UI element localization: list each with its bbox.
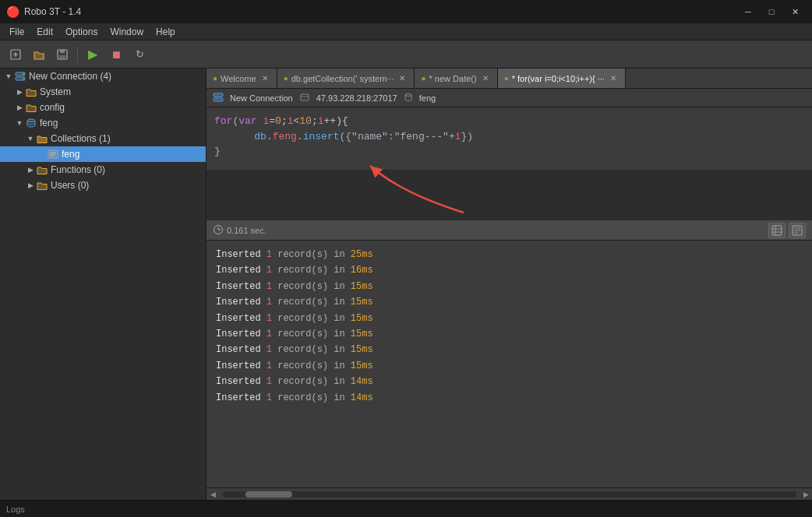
forloop-tab-label: * for(var i=0;i<10;i++){ ··· [512,74,605,83]
output-line: Inserted 1 record(s) in 15ms [216,279,803,294]
toolbar-stop-btn[interactable]: ⏹ [105,44,127,65]
output-line: Inserted 1 record(s) in 16ms [216,262,803,278]
svg-point-9 [23,78,24,79]
statusbar: Logs [0,500,812,517]
sidebar-item-feng-db[interactable]: ▼ feng [0,115,206,131]
conn-host-icon [299,92,310,104]
menu-help[interactable]: Help [150,25,182,39]
feng-db-label: feng [40,118,58,128]
config-label: config [40,102,65,113]
arrow-feng-collection [36,149,47,160]
output-line: Inserted 1 record(s) in 14ms [216,390,803,406]
sidebar-item-collections[interactable]: ▼ Collections (1) [0,131,206,146]
svg-rect-17 [301,94,309,100]
functions-label: Functions (0) [51,164,105,175]
arrow-functions: ▶ [25,164,36,175]
titlebar: 🔴 Robo 3T - 1.4 ─ □ ✕ [0,0,812,23]
welcome-tab-close[interactable]: ✕ [259,73,270,84]
h-scroll-right[interactable]: ▶ [800,488,812,501]
forloop-tab-icon: ● [504,74,509,83]
output-line: Inserted 1 record(s) in 15ms [216,311,803,326]
h-scroll-left[interactable]: ◀ [207,488,219,501]
tab-getcollection[interactable]: ● db.getCollection(' system··· ✕ [277,69,415,89]
svg-rect-15 [214,93,223,97]
menu-window[interactable]: Window [104,25,150,39]
svg-point-10 [27,119,35,122]
tab-welcome[interactable]: ● Welcome ✕ [207,69,277,89]
forloop-tab-close[interactable]: ✕ [608,73,619,84]
titlebar-left: 🔴 Robo 3T - 1.4 [6,5,81,18]
sidebar-item-users[interactable]: ▶ Users (0) [0,178,206,193]
newdate-tab-label: * new Date() [429,74,477,83]
arrow-system: ▶ [14,86,25,97]
tab-newdate[interactable]: ● * new Date() ✕ [415,69,497,89]
svg-rect-4 [60,50,65,53]
main-layout: ▼ New Connection (4) ▶ System ▶ config ▼ [0,69,812,500]
conn-host: 47.93.228.218:27017 [316,93,397,103]
sidebar-item-functions[interactable]: ▶ Functions (0) [0,162,206,178]
newdate-tab-icon: ● [421,74,425,83]
db-feng-icon [25,117,37,129]
output-line: Inserted 1 record(s) in 15ms [216,342,803,357]
folder-system-icon [25,86,37,98]
newdate-tab-close[interactable]: ✕ [480,73,491,84]
feng-collection-label: feng [62,149,79,160]
output-line: Inserted 1 record(s) in 15ms [216,358,803,374]
h-scroll-track[interactable] [222,491,796,498]
app-logo: 🔴 [6,5,19,18]
server-icon [14,70,26,83]
toolbar-new-btn[interactable] [5,44,26,65]
menu-options[interactable]: Options [59,25,104,39]
code-line-3: } [214,144,804,160]
maximize-button[interactable]: □ [761,4,782,19]
sidebar-item-config[interactable]: ▶ config [0,100,206,115]
results-time: 0.161 sec. [213,224,267,237]
toolbar-run-btn[interactable]: ▶ [82,44,104,65]
folder-collections-icon [36,132,48,145]
arrow-collections: ▼ [25,133,36,144]
svg-point-19 [405,93,411,96]
app-title: Robo 3T - 1.4 [24,6,81,17]
menu-edit[interactable]: Edit [30,25,59,39]
collections-label: Collections (1) [51,133,111,144]
menu-file[interactable]: File [3,25,30,39]
menubar: File Edit Options Window Help [0,23,812,40]
toolbar: ▶ ⏹ ↻ [0,40,812,69]
folder-users-icon [36,179,48,192]
results-text-view-btn[interactable] [789,223,806,238]
toolbar-open-btn[interactable] [28,44,50,65]
clock-icon [213,224,224,237]
getcollection-tab-label: db.getCollection(' system··· [291,74,394,83]
getcollection-tab-close[interactable]: ✕ [397,73,408,84]
welcome-tab-label: Welcome [221,74,256,83]
conn-name: New Connection [230,93,293,103]
output-line: Inserted 1 record(s) in 15ms [216,326,803,342]
code-editor[interactable]: for(var i=0;i<10;i++){ db.feng.insert({"… [207,107,812,170]
code-line-1: for(var i=0;i<10;i++){ [214,114,804,129]
conn-server-icon [213,92,224,104]
folder-functions-icon [36,164,48,176]
users-label: Users (0) [51,180,89,191]
arrow-config: ▶ [14,102,25,113]
right-panel: ● Welcome ✕ ● db.getCollection(' system·… [207,69,812,500]
toolbar-refresh-btn[interactable]: ↻ [129,44,150,65]
conn-bar: New Connection 47.93.228.218:27017 feng [207,89,812,107]
welcome-tab-icon: ● [213,74,217,83]
sidebar-item-feng-collection[interactable]: feng [0,146,206,162]
minimize-button[interactable]: ─ [737,4,759,19]
results-table-view-btn[interactable] [768,223,786,238]
code-line-2: db.feng.insert({"name":"feng---"+i}) [214,129,804,145]
tabs-bar: ● Welcome ✕ ● db.getCollection(' system·… [207,69,812,89]
results-view-icons [768,223,806,238]
toolbar-separator-1 [77,47,78,62]
sidebar-item-system[interactable]: ▶ System [0,84,206,100]
svg-rect-16 [214,98,223,101]
results-toolbar: 0.161 sec. [207,220,812,241]
tab-forloop[interactable]: ● * for(var i=0;i<10;i++){ ··· ✕ [498,69,626,89]
h-scrollbar[interactable]: ◀ ▶ [207,487,812,500]
close-button[interactable]: ✕ [784,4,806,19]
h-scroll-thumb[interactable] [245,491,292,498]
folder-config-icon [25,101,37,114]
sidebar-item-connection[interactable]: ▼ New Connection (4) [0,69,206,84]
toolbar-save-btn[interactable] [51,44,73,65]
